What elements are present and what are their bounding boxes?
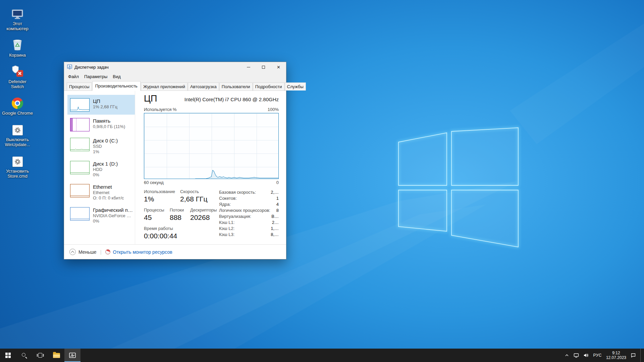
cmd-gear-icon <box>12 121 23 135</box>
fewer-details-button[interactable]: Меньше <box>69 249 97 255</box>
desktop-icon-column: Этот компьютер Корзина Defender Switch G… <box>1 4 34 180</box>
cpu-stats: Использование 1% Скорость 2,68 ГГц Проце… <box>144 189 219 244</box>
fewer-details-label: Меньше <box>78 249 97 255</box>
window-titlebar[interactable]: Диспетчер задач ✕ <box>64 62 286 72</box>
pane-title: ЦП <box>144 94 157 104</box>
spec-row: Базовая скорость:2,… <box>219 189 279 195</box>
stat-threads: Потоки 888 <box>170 207 190 222</box>
sidebar-item-gpu[interactable]: Графический про... NVIDIA GeForce GTX 66… <box>67 204 135 227</box>
show-desktop-button[interactable] <box>640 349 642 362</box>
menu-options[interactable]: Параметры <box>82 73 110 80</box>
desktop-icon-google-chrome[interactable]: Google Chrome <box>1 94 34 117</box>
file-explorer-button[interactable] <box>48 349 64 362</box>
this-pc-icon <box>11 5 24 19</box>
desktop-icon-label: Google Chrome <box>2 111 33 116</box>
defender-switch-icon <box>11 63 24 77</box>
spec-row: Логических процессоров:8 <box>219 207 279 214</box>
sidebar-item-sub: О: 0 П: 0 кбит/с <box>93 195 124 201</box>
search-button[interactable] <box>16 349 32 362</box>
task-manager-taskbar-button[interactable] <box>64 349 80 362</box>
tab-users[interactable]: Пользователи <box>219 82 253 90</box>
action-center-icon <box>631 353 636 358</box>
sidebar-item-title: Диск 0 (C:) <box>93 137 118 144</box>
cpu-usage-area <box>195 170 278 179</box>
menu-view[interactable]: Вид <box>110 73 123 80</box>
spec-row: Кэш L1:2… <box>219 220 279 226</box>
maximize-button[interactable] <box>256 62 271 72</box>
stat-processes: Процессы 45 <box>144 207 170 222</box>
action-center-button[interactable] <box>631 353 636 358</box>
start-button[interactable] <box>0 349 16 362</box>
desktop-icon-install-store[interactable]: Установить Store.cmd <box>1 152 34 180</box>
cpu-specs: Базовая скорость:2,… Сокетов:1 Ядра:4 Ло… <box>219 189 279 244</box>
desktop-icon-this-pc[interactable]: Этот компьютер <box>1 4 34 33</box>
tab-details[interactable]: Подробности <box>253 82 284 90</box>
tab-app-history[interactable]: Журнал приложений <box>141 82 187 90</box>
stat-uptime: Время работы 0:00:00:44 <box>144 226 177 240</box>
cmd-gear-icon <box>12 153 23 167</box>
spec-row: Ядра:4 <box>219 201 279 207</box>
chart-axis-max: 100% <box>268 107 279 112</box>
window-title: Диспетчер задач <box>74 65 109 70</box>
spec-row: Кэш L2:1,… <box>219 226 279 232</box>
language-indicator[interactable]: РУС <box>593 353 602 358</box>
cpu-thumbnail <box>70 98 90 112</box>
minimize-button[interactable] <box>241 62 256 72</box>
open-resource-monitor-link[interactable]: Открыть монитор ресурсов <box>105 249 172 255</box>
disk1-thumbnail <box>70 161 90 174</box>
sidebar-item-sub: 1% 2,68 ГГц <box>93 104 117 110</box>
menu-file[interactable]: Файл <box>65 73 82 80</box>
spec-row: Виртуализация:В… <box>219 214 279 220</box>
gpu-thumbnail <box>70 207 90 221</box>
sidebar-item-sub: 0% <box>93 172 118 178</box>
sidebar-item-memory[interactable]: Память 0,9/8,0 ГБ (11%) <box>67 115 135 134</box>
desktop-icon-label: Defender Switch <box>2 79 33 89</box>
task-view-button[interactable] <box>32 349 48 362</box>
cpu-usage-line <box>195 170 278 179</box>
chart-axis-min: 0 <box>276 180 279 185</box>
resource-monitor-label: Открыть монитор ресурсов <box>113 249 172 255</box>
desktop-icon-disable-winupdate[interactable]: Выключить WinUpdate... <box>1 120 34 148</box>
sidebar-item-sub: HDD <box>93 167 118 172</box>
sidebar-item-ethernet[interactable]: Ethernet Ethernet О: 0 П: 0 кбит/с <box>67 181 135 204</box>
tab-startup[interactable]: Автозагрузка <box>188 82 219 90</box>
disk0-thumbnail <box>70 138 90 151</box>
menu-bar: Файл Параметры Вид <box>64 72 286 81</box>
sidebar-item-disk1[interactable]: Диск 1 (D:) HDD 0% <box>67 158 135 181</box>
sidebar-item-title: Графический про... <box>93 207 133 213</box>
task-manager-window: Диспетчер задач ✕ Файл Параметры Вид Про… <box>64 62 286 259</box>
close-button[interactable]: ✕ <box>271 62 286 72</box>
windows-logo <box>398 128 518 247</box>
windows-logo-glow <box>398 128 518 247</box>
tab-performance[interactable]: Производительность <box>92 81 141 91</box>
resource-monitor-icon <box>105 249 110 254</box>
task-manager-app-icon <box>67 64 72 70</box>
tab-processes[interactable]: Процессы <box>67 82 92 90</box>
taskbar-clock[interactable]: 9:12 12.07.2023 <box>606 351 626 360</box>
windows-logo-icon <box>5 353 11 358</box>
footer-divider: | <box>100 249 102 255</box>
chart-axis-label: Используется % <box>144 107 177 112</box>
hidden-icons-button[interactable] <box>565 353 569 358</box>
desktop-icon-defender-switch[interactable]: Defender Switch <box>1 62 34 90</box>
desktop-icon-label: Установить Store.cmd <box>2 169 33 179</box>
sidebar-item-disk0[interactable]: Диск 0 (C:) SSD 1% <box>67 134 135 158</box>
tab-services[interactable]: Службы <box>285 82 306 90</box>
task-manager-icon <box>69 353 76 358</box>
sidebar-item-sub: Ethernet <box>93 190 124 195</box>
chevron-up-circle-icon <box>69 249 76 255</box>
close-icon: ✕ <box>277 65 280 69</box>
network-tray-button[interactable] <box>574 353 579 358</box>
cpu-usage-chart <box>144 113 279 179</box>
desktop-icon-label: Этот компьютер <box>2 21 33 31</box>
maximize-icon <box>262 66 265 69</box>
system-tray: РУС 9:12 12.07.2023 <box>565 349 644 362</box>
sidebar-item-cpu[interactable]: ЦП 1% 2,68 ГГц <box>67 95 135 115</box>
cpu-model-name: Intel(R) Core(TM) i7 CPU 860 @ 2.80GHz <box>184 97 279 104</box>
clock-time: 9:12 <box>606 351 626 355</box>
stat-speed: Скорость 2,68 ГГц <box>180 189 207 203</box>
desktop-icon-recycle-bin[interactable]: Корзина <box>1 36 34 59</box>
clock-date: 12.07.2023 <box>606 355 626 360</box>
volume-tray-button[interactable] <box>583 353 589 358</box>
window-footer: Меньше | Открыть монитор ресурсов <box>64 244 286 259</box>
